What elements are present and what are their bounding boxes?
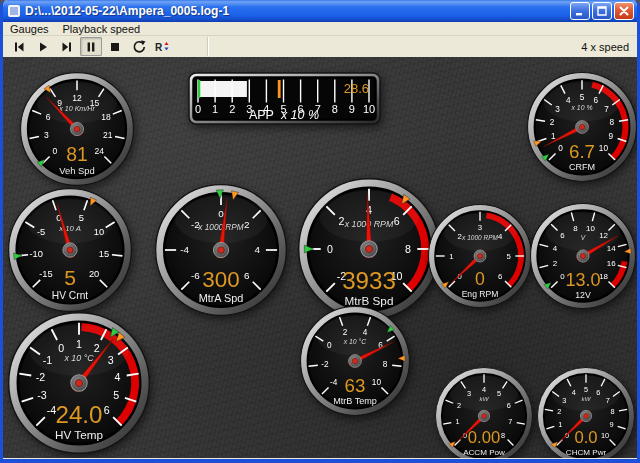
svg-text:21: 21 [103,130,113,140]
svg-text:18: 18 [599,272,608,281]
svg-text:24.0: 24.0 [56,401,103,428]
svg-text:Eng RPM: Eng RPM [462,289,499,299]
minimize-icon [574,5,586,17]
svg-text:R: R [155,41,163,52]
svg-text:9: 9 [608,132,613,141]
svg-text:CRFM: CRFM [569,162,595,172]
loop-button[interactable] [128,37,150,56]
svg-text:10: 10 [599,144,609,153]
svg-text:x 10 °C: x 10 °C [63,353,94,363]
skip-to-start-icon [11,39,27,55]
app-window: D:\...\2012-05-22\Ampera_0005.log-1 Gaug… [0,0,640,463]
svg-text:2: 2 [229,103,235,115]
svg-text:kW: kW [582,395,592,402]
gauge-mtrb-spd: -20246810x 1000 RPM3933MtrB Spd [298,178,440,320]
svg-text:x 10 °C: x 10 °C [343,338,367,345]
reverse-button[interactable]: R [152,37,174,56]
maximize-button[interactable] [592,2,612,20]
play-icon [35,39,51,55]
svg-text:x 1000 RPM: x 1000 RPM [197,223,244,232]
svg-text:-10: -10 [29,249,42,259]
gauge-accm-pow: 012345678kW0.00ACCM Pow [435,367,533,458]
close-button[interactable] [614,2,634,20]
svg-text:0: 0 [560,272,565,281]
svg-text:5: 5 [64,266,76,289]
skip-to-start-button[interactable] [8,37,30,56]
svg-text:4: 4 [115,371,121,383]
menu-bar: Gauges Playback speed [3,22,637,36]
svg-text:2: 2 [557,407,561,416]
svg-text:x 10 Km/Hr: x 10 Km/Hr [58,105,95,113]
svg-text:6: 6 [244,270,250,281]
maximize-icon [596,5,608,17]
play-button[interactable] [32,37,54,56]
gauge-veh-spd: 03691215182124x 10 Km/Hr81Veh Spd [20,72,134,186]
menu-gauges[interactable]: Gauges [3,22,56,36]
gauge-crfm: 012345678910x 10 %6.7CRFM [527,72,637,182]
svg-text:7: 7 [508,417,512,426]
svg-text:10: 10 [372,378,382,387]
svg-text:1: 1 [558,420,562,429]
svg-text:8: 8 [610,118,615,127]
menu-playback-speed[interactable]: Playback speed [56,22,148,36]
svg-text:8: 8 [611,407,615,416]
reverse-icon: R [154,39,172,55]
svg-text:81: 81 [66,143,88,165]
svg-text:-2: -2 [36,371,46,383]
svg-text:8: 8 [383,360,388,369]
svg-text:-15: -15 [39,269,52,279]
title-bar[interactable]: D:\...\2012-05-22\Ampera_0005.log-1 [3,0,637,22]
svg-text:CHCM Pwr: CHCM Pwr [566,448,607,457]
svg-text:4: 4 [553,244,558,253]
svg-text:9: 9 [349,103,355,115]
svg-text:-2: -2 [321,360,329,369]
svg-text:13.0: 13.0 [565,270,600,290]
svg-text:-4: -4 [330,378,338,387]
svg-text:8: 8 [405,243,411,255]
svg-text:0.0: 0.0 [574,428,597,447]
app-icon [8,5,20,17]
stop-button[interactable] [104,37,126,56]
svg-text:-4: -4 [47,404,57,416]
playback-speed-label: 4 x speed [581,41,629,53]
svg-text:1: 1 [212,103,218,115]
svg-text:1: 1 [456,417,460,426]
svg-text:MtrB Temp: MtrB Temp [333,396,377,406]
skip-to-end-button[interactable] [56,37,78,56]
stop-icon [107,39,123,55]
pause-button[interactable] [80,37,102,56]
svg-text:5: 5 [113,389,119,401]
svg-text:6: 6 [498,272,502,281]
svg-text:0: 0 [475,269,485,289]
svg-text:63: 63 [345,375,366,396]
gauge-chcm-pwr: 012345678910kW0.0CHCM Pwr [537,367,635,458]
gauge-hv-temp: -4-3-2-10123456x 10 °C24.0HV Temp [8,312,150,454]
svg-text:0.00: 0.00 [468,428,500,447]
loop-icon [131,39,147,55]
svg-text:kW: kW [480,395,490,402]
svg-text:9: 9 [610,420,614,429]
svg-text:10: 10 [363,103,375,115]
svg-text:0: 0 [558,144,563,153]
gauge-12v: 024681012141618V13.012V [530,203,636,309]
svg-text:1: 1 [449,252,453,261]
svg-text:10: 10 [601,431,609,440]
svg-text:Veh Spd: Veh Spd [59,165,95,176]
svg-text:APP x 10 %: APP x 10 % [249,108,319,122]
app-value: 28.6 [344,81,369,96]
minimize-button[interactable] [570,2,590,20]
svg-text:V: V [581,234,586,241]
pause-icon [83,39,99,55]
svg-text:x 10 A: x 10 A [58,224,81,233]
gauge-mtra-spd: -6-4-20246x 1000 RPM300MtrA Spd [155,184,287,316]
svg-text:0: 0 [52,146,57,156]
svg-text:12V: 12V [575,290,591,300]
svg-text:8: 8 [332,103,338,115]
svg-text:16: 16 [607,259,616,268]
svg-text:-3: -3 [37,389,47,401]
svg-text:6.7: 6.7 [569,141,595,162]
svg-text:3: 3 [44,130,49,140]
svg-text:ACCM Pow: ACCM Pow [463,448,505,457]
gauge-mtrb-temp: -4-20246810x 10 °C63MtrB Temp [300,306,410,416]
svg-text:0: 0 [327,243,333,255]
